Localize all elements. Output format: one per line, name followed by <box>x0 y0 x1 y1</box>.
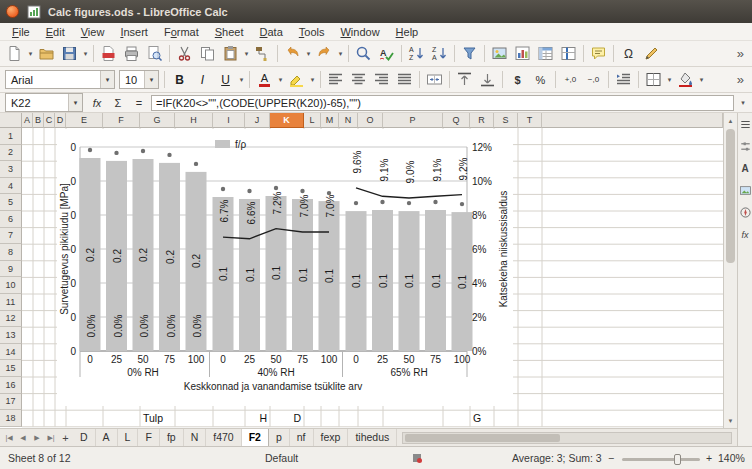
styles-icon[interactable]: A <box>739 162 752 175</box>
save-dropdown-arrow[interactable]: ▾ <box>81 43 90 65</box>
font-color-dropdown-arrow[interactable]: ▾ <box>276 69 285 91</box>
font-size-dropdown-arrow[interactable]: ▾ <box>144 71 158 88</box>
vertical-scrollbar[interactable]: ▲ ▼ <box>723 113 737 428</box>
previous-sheet-button[interactable]: ◀ <box>16 434 30 442</box>
italic-button[interactable]: I <box>192 69 213 91</box>
properties-icon[interactable] <box>739 140 752 153</box>
sum-button[interactable]: Σ <box>109 95 127 111</box>
format-currency-button[interactable]: $ <box>507 69 528 91</box>
print-button[interactable] <box>121 43 142 65</box>
font-color-button[interactable]: A <box>254 69 275 91</box>
align-center-button[interactable] <box>348 69 369 91</box>
embedded-chart[interactable]: f/ρ012%010%08%06%04%02%00%0.20.0%00.20.0… <box>57 129 513 406</box>
sheet-tab-fp[interactable]: fp <box>160 429 184 446</box>
borders-button[interactable] <box>643 69 664 91</box>
underline-dropdown-arrow[interactable]: ▾ <box>237 69 246 91</box>
undo-dropdown-arrow[interactable]: ▾ <box>304 43 313 65</box>
sort-descending-button[interactable]: ZA <box>429 43 450 65</box>
menu-file[interactable]: File <box>4 25 38 39</box>
navigator-icon[interactable] <box>739 206 752 219</box>
background-color-dropdown-arrow[interactable]: ▾ <box>697 69 706 91</box>
zoom-out-button[interactable]: − <box>608 452 614 464</box>
cell-G18[interactable]: Tulp <box>143 410 163 426</box>
functions-icon[interactable]: fx <box>739 228 752 241</box>
insert-image-button[interactable] <box>489 43 510 65</box>
next-sheet-button[interactable]: ▶ <box>30 434 44 442</box>
cell-J18[interactable]: H <box>259 410 267 426</box>
cell-R18[interactable]: G <box>473 410 481 426</box>
horizontal-scrollbar[interactable] <box>402 432 732 444</box>
cell-K18[interactable]: D <box>293 410 301 426</box>
highlight-color-button[interactable] <box>286 69 307 91</box>
sheet-tab-fexp[interactable]: fexp <box>314 429 349 446</box>
bold-button[interactable]: B <box>169 69 190 91</box>
horizontal-scrollbar-thumb[interactable] <box>405 434 560 442</box>
new-document-dropdown-arrow[interactable]: ▾ <box>26 43 35 65</box>
formatting-toolbar-overflow-button[interactable]: » <box>732 72 749 87</box>
redo-button[interactable] <box>314 43 335 65</box>
menu-tools[interactable]: Tools <box>291 25 333 39</box>
name-box[interactable]: K22 ▾ <box>5 93 83 112</box>
font-size-combo[interactable]: 10 ▾ <box>119 70 159 89</box>
add-sheet-button[interactable]: + <box>58 432 73 444</box>
clone-formatting-button[interactable] <box>252 43 273 65</box>
freeze-panes-button[interactable] <box>558 43 579 65</box>
sheet-tab-A[interactable]: A <box>96 429 118 446</box>
sort-ascending-button[interactable]: AZ <box>406 43 427 65</box>
menu-format[interactable]: Format <box>156 25 207 39</box>
function-wizard-button[interactable]: fx <box>88 95 106 111</box>
undo-button[interactable] <box>282 43 303 65</box>
expand-formula-bar-button[interactable]: ▾ <box>737 99 749 107</box>
cut-button[interactable] <box>174 43 195 65</box>
formula-button[interactable]: = <box>130 95 148 111</box>
gallery-icon[interactable] <box>739 184 752 197</box>
background-color-button[interactable] <box>675 69 696 91</box>
sheet-tab-D[interactable]: D <box>73 429 96 446</box>
zoom-slider-thumb[interactable] <box>674 454 681 465</box>
underline-button[interactable]: U <box>215 69 236 91</box>
pivot-table-button[interactable] <box>535 43 556 65</box>
paste-dropdown-arrow[interactable]: ▾ <box>242 43 251 65</box>
menu-view[interactable]: View <box>73 25 113 39</box>
open-folder-button[interactable] <box>36 43 57 65</box>
export-pdf-button[interactable] <box>98 43 119 65</box>
autofilter-button[interactable] <box>459 43 480 65</box>
show-draw-functions-button[interactable] <box>641 43 662 65</box>
align-right-button[interactable] <box>371 69 392 91</box>
menu-edit[interactable]: Edit <box>38 25 73 39</box>
sheet-tab-N[interactable]: N <box>184 429 207 446</box>
insert-comment-button[interactable] <box>588 43 609 65</box>
indent-increase-button[interactable] <box>613 69 634 91</box>
redo-dropdown-arrow[interactable]: ▾ <box>336 43 345 65</box>
menu-insert[interactable]: Insert <box>112 25 156 39</box>
save-button[interactable] <box>59 43 80 65</box>
sheet-tab-F[interactable]: F <box>138 429 159 446</box>
align-top-button[interactable] <box>454 69 475 91</box>
vertical-scrollbar-thumb[interactable] <box>726 129 735 263</box>
menu-help[interactable]: Help <box>388 25 427 39</box>
last-sheet-button[interactable]: ▶| <box>44 434 58 442</box>
sheet-tab-p[interactable]: p <box>269 429 290 446</box>
borders-dropdown-arrow[interactable]: ▾ <box>665 69 674 91</box>
delete-decimal-button[interactable]: −,0 <box>583 69 604 91</box>
first-sheet-button[interactable]: |◀ <box>2 434 16 442</box>
menu-window[interactable]: Window <box>332 25 387 39</box>
align-justify-button[interactable] <box>394 69 415 91</box>
merge-cells-button[interactable] <box>424 69 445 91</box>
scroll-down-arrow[interactable]: ▼ <box>724 414 737 427</box>
sheet-tab-F2[interactable]: F2 <box>242 429 269 446</box>
standard-toolbar-overflow-button[interactable]: » <box>732 46 749 61</box>
font-name-combo[interactable]: Arial ▾ <box>5 70 115 89</box>
window-close-button[interactable] <box>6 5 19 18</box>
add-decimal-button[interactable]: +,0 <box>560 69 581 91</box>
menu-sheet[interactable]: Sheet <box>207 25 252 39</box>
menu-data[interactable]: Data <box>252 25 291 39</box>
name-box-dropdown-arrow[interactable]: ▾ <box>68 94 82 111</box>
formula-input[interactable]: =IF(K20<>"",(CODE(UPPER(K20))-65),"") <box>151 95 734 111</box>
sheet-tab-f470[interactable]: f470 <box>206 429 241 446</box>
print-preview-button[interactable] <box>144 43 165 65</box>
sheet-tab-L[interactable]: L <box>118 429 139 446</box>
highlight-color-dropdown-arrow[interactable]: ▾ <box>308 69 317 91</box>
format-percent-button[interactable]: % <box>530 69 551 91</box>
insert-symbol-button[interactable]: Ω <box>618 43 639 65</box>
